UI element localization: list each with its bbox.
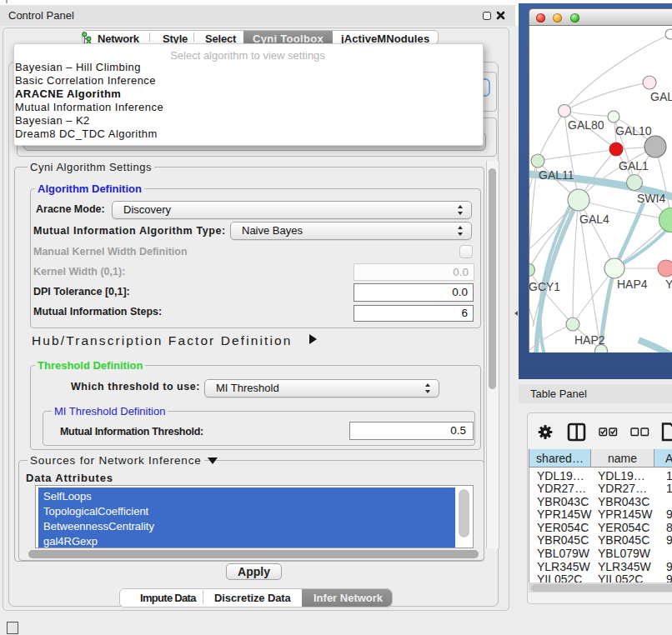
svg-text:GCY1: GCY1: [529, 280, 560, 293]
svg-text:GAL11: GAL11: [539, 168, 574, 182]
svg-text:GAL80: GAL80: [568, 118, 604, 132]
svg-text:HAP4: HAP4: [617, 278, 648, 291]
svg-text:HAP2: HAP2: [574, 333, 605, 347]
svg-text:GAL7: GAL7: [650, 90, 672, 103]
svg-text:GAL1: GAL1: [619, 159, 649, 172]
svg-text:SWI4: SWI4: [637, 192, 665, 205]
svg-text:GAL4: GAL4: [579, 212, 609, 226]
svg-text:YJL219W: YJL219W: [665, 278, 672, 291]
svg-text:GAL10: GAL10: [615, 124, 652, 138]
